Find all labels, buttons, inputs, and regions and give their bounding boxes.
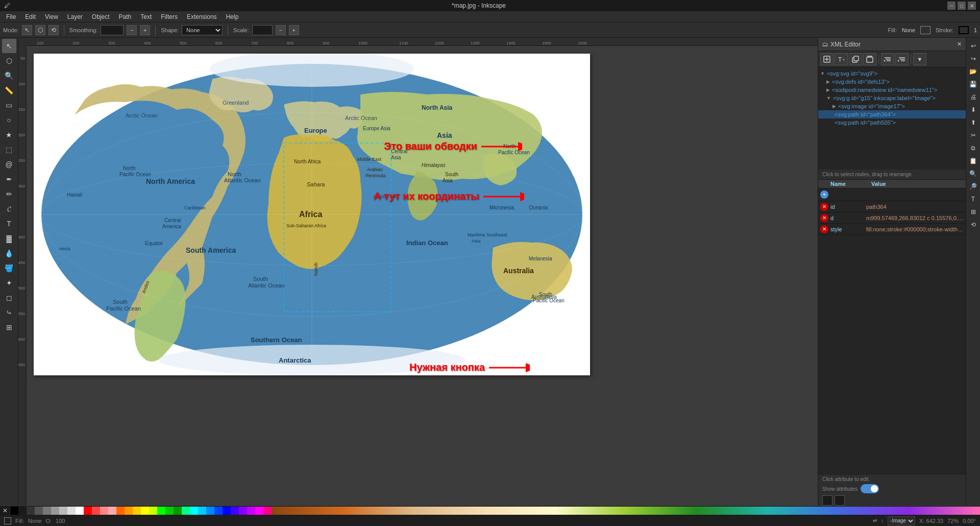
right-icon-copy[interactable]: ⧉	[967, 142, 979, 154]
palette-no-fill[interactable]: ✕	[0, 506, 10, 515]
right-icon-undo[interactable]: ↩	[967, 40, 979, 52]
swatch-lightsilver[interactable]	[67, 507, 76, 515]
right-icon-redo[interactable]: ↪	[967, 53, 979, 65]
menu-filters[interactable]: Filters	[157, 12, 182, 21]
xml-square-btn1[interactable]	[822, 495, 832, 506]
right-icon-text[interactable]: T	[967, 193, 979, 205]
status-flip-v[interactable]: ↕	[881, 518, 884, 523]
xml-attr-row-style[interactable]: ✕ style fill:none;stroke:#000000;stroke-…	[818, 224, 966, 235]
xml-editor-close-button[interactable]: ✕	[957, 41, 962, 47]
xml-more-btn[interactable]: ▼	[913, 53, 926, 65]
tool-select-btn[interactable]: ↖	[22, 25, 32, 35]
swatch-purple[interactable]	[247, 507, 255, 515]
xml-delete-id-btn[interactable]: ✕	[820, 203, 828, 211]
right-icon-export[interactable]: ⬆	[967, 116, 979, 129]
swatch-darkgray1[interactable]	[18, 507, 27, 515]
xml-new-text-btn[interactable]: T	[835, 53, 848, 65]
smoothing-plus[interactable]: +	[140, 25, 150, 35]
swatch-forestgreen[interactable]	[174, 507, 182, 515]
xml-unindent-btn[interactable]	[881, 53, 894, 65]
menu-file[interactable]: File	[2, 12, 20, 21]
swatch-blue[interactable]	[206, 507, 214, 515]
tool-pencil[interactable]: ✏	[2, 187, 16, 201]
tool-eraser[interactable]: ◻	[2, 291, 16, 305]
menu-extensions[interactable]: Extensions	[183, 12, 221, 21]
swatch-lightpink[interactable]	[108, 507, 116, 515]
tool-paste-size[interactable]: ⊞	[2, 320, 16, 334]
tool-spiral[interactable]: @	[2, 157, 16, 172]
gradient-palette[interactable]	[272, 507, 980, 515]
xml-delete-d-btn[interactable]: ✕	[820, 214, 828, 222]
swatch-midgray[interactable]	[43, 507, 51, 515]
swatch-yellow[interactable]	[141, 507, 149, 515]
swatch-violet[interactable]	[239, 507, 247, 515]
xml-node-svg[interactable]: ▼ <svg:svg id="svg9">	[818, 69, 966, 78]
swatch-darkblue[interactable]	[214, 507, 223, 515]
right-icon-zoom-in[interactable]: 🔍	[967, 168, 979, 180]
right-icon-cut[interactable]: ✂	[967, 129, 979, 141]
tool-circle[interactable]: ○	[2, 113, 16, 127]
xml-node-path364[interactable]: <svg:path id="path364">	[818, 110, 966, 118]
xml-new-element-btn[interactable]	[820, 53, 834, 65]
tool-node-btn[interactable]: ⬡	[35, 25, 45, 35]
swatch-black[interactable]	[10, 507, 18, 515]
swatch-gray[interactable]	[35, 507, 43, 515]
tool-star[interactable]: ★	[2, 128, 16, 142]
xml-delete-btn[interactable]	[863, 53, 876, 65]
tool-fill[interactable]: 🪣	[2, 261, 16, 275]
smoothing-input[interactable]: 4.00	[101, 25, 124, 35]
minimize-button[interactable]: ─	[947, 2, 955, 10]
shape-select[interactable]: None	[182, 25, 223, 35]
xml-node-namedview[interactable]: ▶ <sodipodi:namedview id="namedview11">	[818, 86, 966, 94]
tool-pen[interactable]: ✒	[2, 172, 16, 186]
status-flip-h[interactable]: ⇄	[873, 518, 877, 523]
xml-square-btn2[interactable]	[835, 495, 845, 506]
swatch-cyan[interactable]	[190, 507, 198, 515]
swatch-lightgray[interactable]	[51, 507, 59, 515]
scale-plus[interactable]: +	[289, 25, 299, 35]
right-icon-save[interactable]: 💾	[967, 78, 979, 90]
xml-duplicate-btn[interactable]	[849, 53, 862, 65]
menu-object[interactable]: Object	[88, 12, 114, 21]
xml-indent-btn[interactable]	[895, 53, 909, 65]
tool-calligraphy[interactable]: 𝓒	[2, 202, 16, 216]
menu-path[interactable]: Path	[115, 12, 136, 21]
maximize-button[interactable]: □	[958, 2, 966, 10]
xml-node-image17[interactable]: ▶ <svg:image id="image17">	[818, 102, 966, 110]
close-button[interactable]: ✕	[968, 2, 976, 10]
xml-tree[interactable]: ▼ <svg:svg id="svg9"> ▶ <svg:defs id="de…	[818, 67, 966, 170]
tool-eyedropper[interactable]: 💧	[2, 246, 16, 260]
swatch-mint[interactable]	[182, 507, 190, 515]
swatch-red[interactable]	[84, 507, 92, 515]
swatch-darkgray2[interactable]	[27, 507, 35, 515]
right-icon-import[interactable]: ⬇	[967, 104, 979, 116]
tool-tweak-btn[interactable]: ⟲	[48, 25, 59, 35]
swatch-amber[interactable]	[133, 507, 141, 515]
canvas-content[interactable]: Arctic Ocean Greenland Arctic Ocean Nort…	[27, 46, 818, 516]
tool-node[interactable]: ⬡	[2, 54, 16, 68]
xml-add-attr-btn[interactable]: +	[820, 190, 828, 199]
swatch-green[interactable]	[157, 507, 165, 515]
menu-text[interactable]: Text	[136, 12, 156, 21]
menu-edit[interactable]: Edit	[21, 12, 40, 21]
swatch-indigo[interactable]	[231, 507, 239, 515]
tool-arrow[interactable]: ↖	[2, 39, 16, 53]
scale-input[interactable]: 1.00	[252, 25, 273, 35]
swatch-trueblue[interactable]	[223, 507, 231, 515]
swatch-orange[interactable]	[116, 507, 125, 515]
smoothing-minus[interactable]: −	[127, 25, 137, 35]
canvas-area[interactable]: 100 200 300 400 500 600 700 800 900 1000…	[18, 38, 818, 526]
xml-attr-row-d[interactable]: ✕ d m999.57469,266.83012 c 0.15576,0.432…	[818, 212, 966, 224]
status-layer-select[interactable]: -Image	[888, 516, 915, 525]
xml-node-defs[interactable]: ▶ <svg:defs id="defs13">	[818, 78, 966, 86]
menu-help[interactable]: Help	[222, 12, 243, 21]
right-icon-print[interactable]: 🖨	[967, 91, 979, 103]
xml-node-path505[interactable]: <svg:path id="path505">	[818, 118, 966, 127]
tool-rect[interactable]: ▭	[2, 98, 16, 112]
swatch-darkgreen[interactable]	[165, 507, 174, 515]
right-icon-paste[interactable]: 📋	[967, 155, 979, 167]
xml-delete-style-btn[interactable]: ✕	[820, 225, 828, 233]
show-attrs-toggle[interactable]	[861, 484, 879, 493]
menu-view[interactable]: View	[41, 12, 62, 21]
map-svg[interactable]: Arctic Ocean Greenland Arctic Ocean Nort…	[34, 54, 590, 375]
